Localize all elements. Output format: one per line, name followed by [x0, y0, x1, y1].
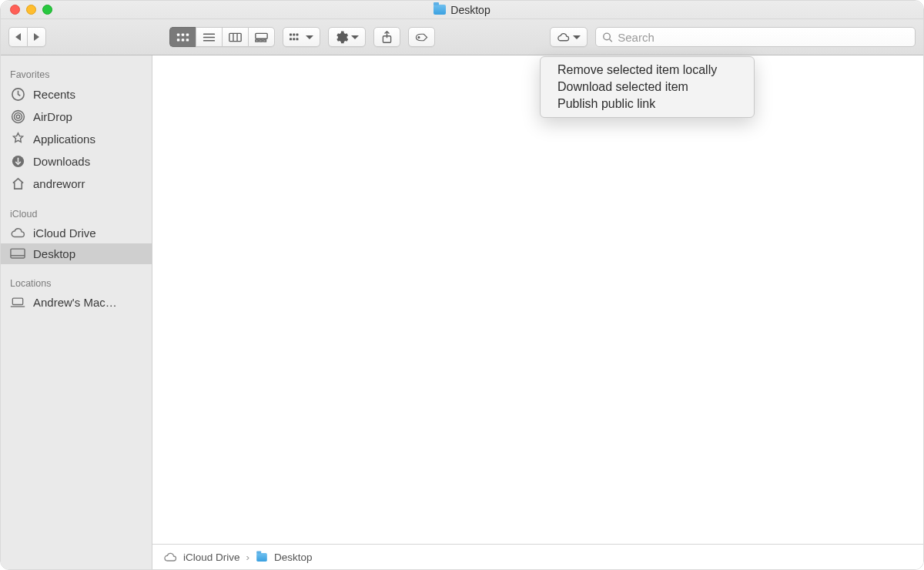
share-icon: [380, 31, 393, 44]
chevron-right-icon: [34, 33, 39, 41]
home-icon: [10, 176, 25, 191]
svg-rect-1: [182, 33, 184, 35]
sidebar-item-label: andreworr: [33, 177, 85, 190]
sidebar-item-label: Recents: [33, 88, 75, 101]
airdrop-icon: [10, 109, 25, 124]
sidebar-item-airdrop[interactable]: AirDrop: [1, 106, 152, 128]
menu-item-remove-local[interactable]: Remove selected item locally: [541, 62, 754, 79]
view-gallery-button[interactable]: [248, 27, 275, 47]
svg-rect-33: [12, 298, 22, 304]
back-button[interactable]: [8, 27, 27, 47]
svg-rect-17: [293, 33, 295, 35]
arrange-button[interactable]: [283, 27, 320, 47]
clock-icon: [10, 87, 25, 102]
sidebar: Favorites Recents AirDrop Applications: [1, 55, 152, 569]
chevron-down-icon: [573, 35, 581, 39]
grid-group-icon: [290, 31, 303, 44]
svg-rect-21: [296, 38, 299, 40]
sidebar-item-desktop[interactable]: Desktop: [1, 243, 152, 264]
titlebar: Desktop: [1, 1, 923, 19]
svg-point-24: [604, 33, 611, 40]
svg-point-23: [418, 36, 420, 38]
grid-icon: [176, 31, 189, 44]
minimize-window-button[interactable]: [26, 5, 36, 15]
columns-icon: [229, 31, 242, 44]
svg-rect-5: [186, 39, 189, 41]
main-pane: iCloud Drive › Desktop: [152, 55, 923, 569]
sidebar-item-this-mac[interactable]: Andrew's Mac…: [1, 292, 152, 313]
sidebar-item-icloud-drive[interactable]: iCloud Drive: [1, 223, 152, 243]
list-icon: [203, 31, 216, 44]
sidebar-section-label: Favorites: [1, 66, 152, 83]
tags-button[interactable]: [408, 27, 435, 47]
sidebar-item-label: Desktop: [33, 247, 75, 260]
menu-item-publish-link[interactable]: Publish public link: [541, 96, 754, 112]
nav-buttons: [8, 27, 46, 47]
path-segment[interactable]: Desktop: [274, 552, 313, 563]
search-input[interactable]: [618, 31, 909, 44]
svg-rect-0: [177, 33, 179, 35]
menu-item-download[interactable]: Download selected item: [541, 79, 754, 96]
search-field[interactable]: [595, 27, 916, 47]
window-title: Desktop: [434, 4, 490, 16]
svg-rect-18: [296, 33, 299, 35]
svg-point-28: [14, 112, 22, 120]
sidebar-item-label: Applications: [33, 132, 95, 146]
sidebar-item-recents[interactable]: Recents: [1, 83, 152, 106]
svg-rect-20: [293, 38, 295, 40]
view-switcher: [169, 27, 275, 47]
view-icons-button[interactable]: [169, 27, 196, 47]
svg-rect-2: [186, 33, 189, 35]
forward-button[interactable]: [27, 27, 46, 47]
laptop-icon: [10, 297, 25, 308]
download-circle-icon: [10, 154, 25, 169]
sidebar-item-label: Downloads: [33, 155, 90, 168]
window-controls: [10, 5, 52, 15]
cloud-icon: [163, 552, 177, 562]
sidebar-item-home[interactable]: andreworr: [1, 173, 152, 195]
sidebar-item-label: Andrew's Mac…: [33, 296, 117, 309]
svg-rect-3: [177, 39, 179, 41]
svg-rect-16: [290, 33, 292, 35]
close-window-button[interactable]: [10, 5, 20, 15]
view-list-button[interactable]: [196, 27, 222, 47]
chevron-down-icon: [351, 35, 359, 39]
fullscreen-window-button[interactable]: [42, 5, 52, 15]
path-bar: iCloud Drive › Desktop: [152, 544, 923, 569]
path-separator: ›: [246, 552, 250, 563]
icloud-actions-button[interactable]: [550, 27, 588, 47]
svg-rect-14: [259, 39, 262, 41]
icloud-actions-menu: Remove selected item locally Download se…: [540, 56, 755, 118]
svg-point-27: [16, 115, 19, 118]
sidebar-section-favorites: Favorites Recents AirDrop Applications: [1, 66, 152, 195]
folder-icon: [434, 5, 446, 15]
chevron-left-icon: [15, 33, 21, 41]
sidebar-item-applications[interactable]: Applications: [1, 128, 152, 150]
sidebar-section-label: iCloud: [1, 206, 152, 223]
share-button[interactable]: [373, 27, 400, 47]
toolbar: [1, 19, 923, 55]
search-icon: [602, 32, 613, 43]
applications-icon: [10, 132, 25, 146]
svg-rect-15: [263, 39, 266, 41]
svg-rect-12: [256, 33, 267, 39]
sidebar-section-locations: Locations Andrew's Mac…: [1, 275, 152, 313]
gallery-icon: [255, 31, 268, 44]
chevron-down-icon: [306, 35, 313, 39]
svg-rect-13: [256, 39, 258, 41]
sidebar-item-downloads[interactable]: Downloads: [1, 150, 152, 173]
view-columns-button[interactable]: [222, 27, 248, 47]
sidebar-item-label: iCloud Drive: [33, 226, 96, 240]
window-title-text: Desktop: [450, 4, 490, 16]
gear-icon: [335, 31, 348, 44]
svg-rect-31: [11, 249, 25, 258]
window-body: Favorites Recents AirDrop Applications: [1, 55, 923, 569]
sidebar-section-icloud: iCloud iCloud Drive Desktop: [1, 206, 152, 264]
action-button[interactable]: [328, 27, 366, 47]
content-area[interactable]: [152, 55, 923, 544]
svg-rect-9: [229, 33, 241, 41]
cloud-icon: [557, 31, 570, 44]
sidebar-section-label: Locations: [1, 275, 152, 292]
path-segment[interactable]: iCloud Drive: [183, 552, 240, 563]
svg-rect-4: [182, 39, 184, 41]
